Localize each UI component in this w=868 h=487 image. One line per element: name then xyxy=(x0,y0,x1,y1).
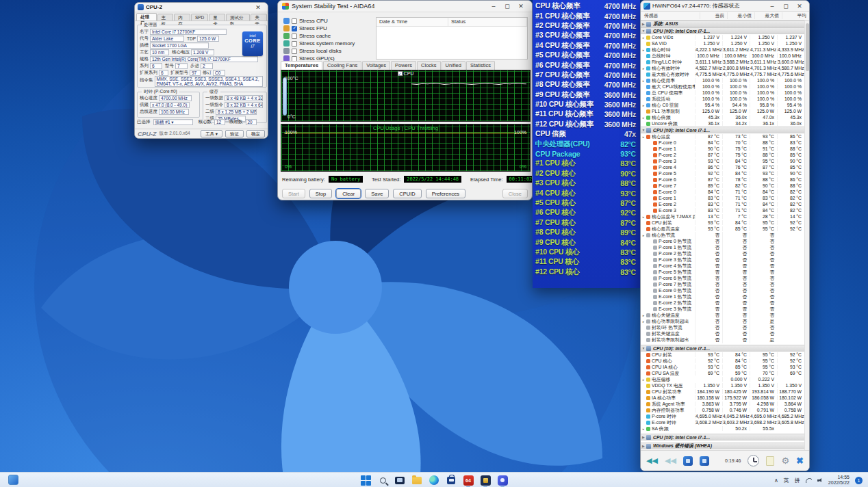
preferences-button[interactable]: Preferences xyxy=(426,189,465,198)
expand-icon[interactable]: ▼ xyxy=(641,128,646,132)
hwinfo-titlebar[interactable]: HWiNFO64 v7.24-4770: 传感器状态 – ◻ ✕ xyxy=(641,1,809,12)
expand-icon[interactable]: ▶ xyxy=(641,435,646,439)
expand-icon[interactable]: ▸ xyxy=(641,103,646,107)
column-avg[interactable]: 平均 xyxy=(782,12,809,19)
expand-icon[interactable]: ▸ xyxy=(641,313,646,317)
aida64-taskbar-icon[interactable]: 64 xyxy=(463,475,474,486)
sensor-row[interactable]: ▸SA 倍频50.2x55.5x xyxy=(641,425,804,432)
socket-select[interactable]: 插槽 #1 ▾ xyxy=(153,119,193,125)
stress-checkbox[interactable] xyxy=(292,34,297,39)
ime-language[interactable]: 英 xyxy=(784,477,789,484)
cpuz-tab[interactable]: 主板 xyxy=(157,14,174,21)
widgets-icon[interactable] xyxy=(8,475,18,485)
expand-icon[interactable]: ▸ xyxy=(641,215,646,219)
sensor-group-header[interactable]: ▶Windows 硬件错误 (WHEA) xyxy=(641,443,804,449)
stress-checkbox[interactable] xyxy=(292,26,297,31)
cpuz-tab[interactable]: 关于 xyxy=(251,14,267,21)
sensor-group-header[interactable]: ▼CPU [#0]: Intel Core i7-1... xyxy=(641,345,804,352)
stress-checkbox[interactable] xyxy=(292,18,297,24)
tree-icon[interactable] xyxy=(700,456,709,466)
sensor-group-header[interactable]: ▶系统: ASUS xyxy=(641,21,804,27)
cpuz-tab[interactable]: 测试分数 xyxy=(226,14,250,21)
sensor-scrollbar[interactable] xyxy=(804,21,809,450)
sensor-row[interactable]: E-core 283 °C71 °C84 °C82 °C xyxy=(641,201,804,207)
stress-checkbox[interactable] xyxy=(292,49,297,54)
aida-tab[interactable]: Powers xyxy=(391,61,416,70)
sensor-row[interactable]: P-core 592 °C84 °C93 °C90 °C xyxy=(641,170,804,176)
cpuz-taskbar-icon[interactable] xyxy=(480,475,491,486)
search-icon[interactable] xyxy=(377,475,388,486)
sensor-row[interactable]: P-core 486 °C76 °C87 °C85 °C xyxy=(641,164,804,170)
expand-icon[interactable]: ▸ xyxy=(641,378,646,382)
edge-icon[interactable] xyxy=(429,475,439,486)
sensor-row[interactable]: Uncore 倍频36.1x34.2x36.1x36.0x xyxy=(641,120,804,127)
clear-button[interactable]: Clear xyxy=(336,189,361,198)
volume-icon[interactable] xyxy=(817,478,823,482)
sensor-group-header[interactable]: ▶CPU [#0]: Intel Core i7-1... xyxy=(641,434,804,440)
minimize-icon[interactable]: – xyxy=(487,1,500,11)
scrollbar-thumb[interactable] xyxy=(806,23,809,71)
cpuz-tab[interactable]: SPD xyxy=(191,14,208,21)
sensor-group-header[interactable]: ▼CPU [#0]: Intel Core i7-1... xyxy=(641,127,804,133)
expand-icon[interactable]: ▶ xyxy=(641,444,646,448)
notification-badge[interactable]: 1 xyxy=(855,477,863,484)
expand-icon[interactable]: ▶ xyxy=(641,22,646,26)
sensor-row[interactable]: E-core 183 °C71 °C83 °C82 °C xyxy=(641,195,804,201)
sensor-row[interactable]: P-core 687 °C78 °C88 °C86 °C xyxy=(641,176,804,183)
close-icon[interactable]: ✕ xyxy=(514,1,528,11)
network-icon[interactable] xyxy=(806,478,812,483)
cpuz-tab[interactable]: 内存 xyxy=(174,14,190,21)
sensor-row[interactable]: E-core 084 °C71 °C84 °C82 °C xyxy=(641,189,804,195)
ime-mode[interactable]: 拼 xyxy=(795,477,800,484)
report-icon[interactable] xyxy=(766,456,774,466)
column-max[interactable]: 最大值 xyxy=(754,12,782,19)
gear-icon[interactable]: ⚙ xyxy=(781,456,789,466)
cpuid-button[interactable]: CPUID xyxy=(393,189,421,198)
sensor-row[interactable]: P-core 789 °C82 °C90 °C88 °C xyxy=(641,183,804,189)
tools-button[interactable]: 工具 ▾ xyxy=(201,130,222,137)
sensor-row[interactable]: 封装功率限制超出否否是 xyxy=(641,337,804,343)
sensor-row[interactable]: P-core 393 °C84 °C95 °C90 °C xyxy=(641,158,804,164)
cpuz-tab[interactable]: 显卡 xyxy=(209,14,225,21)
tray-chevron-icon[interactable]: ∧ xyxy=(774,477,778,484)
column-sensor[interactable]: 传感器 xyxy=(641,12,700,19)
cpuz-titlebar[interactable]: CPU-Z ✕ xyxy=(135,3,268,12)
expand-icon[interactable]: ▸ xyxy=(641,36,646,40)
expand-icon[interactable]: ▸ xyxy=(641,79,646,83)
log-column-status[interactable]: Status xyxy=(448,18,527,26)
layout-icon[interactable] xyxy=(683,456,693,466)
maximize-icon[interactable]: ◻ xyxy=(500,1,514,11)
save-button[interactable]: Save xyxy=(365,189,389,198)
expand-icon[interactable]: ▸ xyxy=(641,319,646,324)
maximize-icon[interactable]: ◻ xyxy=(779,1,793,11)
clock-icon[interactable] xyxy=(748,455,759,466)
expand-icon[interactable]: ▼ xyxy=(641,346,646,350)
test-log-list[interactable]: Date & Time Status xyxy=(376,17,528,60)
expand-icon[interactable]: ▼ xyxy=(641,29,646,33)
aida-tab[interactable]: Clocks xyxy=(417,61,441,70)
aida-tab[interactable]: Unified xyxy=(442,61,465,70)
close-button[interactable]: Close xyxy=(502,189,528,198)
validate-button[interactable]: 验证 xyxy=(225,130,244,137)
ok-button[interactable]: 确定 xyxy=(246,130,265,137)
sensor-row[interactable]: P-core 084 °C70 °C88 °C83 °C xyxy=(641,140,804,146)
task-view-icon[interactable] xyxy=(394,475,405,486)
aida-tab[interactable]: Statistics xyxy=(466,61,495,70)
column-min[interactable]: 最小值 xyxy=(727,12,754,19)
aida-titlebar[interactable]: System Stability Test - AIDA64 – ◻ ✕ xyxy=(278,1,532,12)
start-button[interactable]: Start xyxy=(282,189,305,198)
log-column-datetime[interactable]: Date & Time xyxy=(376,18,448,26)
hwinfo-taskbar-icon[interactable] xyxy=(497,475,508,486)
start-button[interactable] xyxy=(360,475,371,486)
sensor-group-header[interactable]: ▼CPU [#0]: Intel Core i7-1... xyxy=(641,27,804,34)
aida-tab[interactable]: Cooling Fans xyxy=(323,61,361,70)
sensor-row[interactable]: P-core 287 °C75 °C88 °C85 °C xyxy=(641,152,804,158)
close-icon[interactable]: ✕ xyxy=(793,1,806,11)
aida-tab[interactable]: Voltages xyxy=(362,61,390,70)
cpuz-tab[interactable]: 处理器 xyxy=(136,13,157,21)
expand-icon[interactable]: ▸ xyxy=(641,233,646,237)
tray-clock[interactable]: 14:55 2022/5/22 xyxy=(828,475,850,486)
expand-all-icon[interactable]: ◀◀ xyxy=(665,456,676,465)
sensor-row[interactable]: ▸核心温度87 °C73 °C93 °C86 °C xyxy=(641,133,804,140)
close-icon[interactable]: ✕ xyxy=(251,3,265,12)
